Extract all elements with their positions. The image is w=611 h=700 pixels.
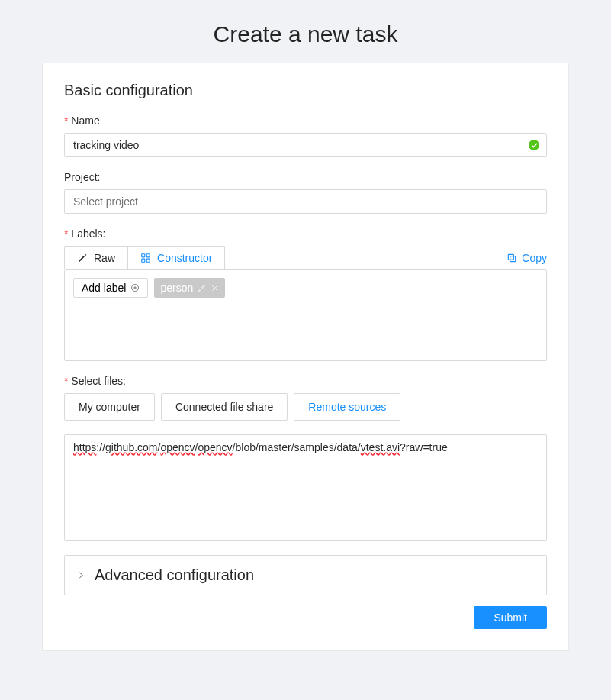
pencil-icon <box>77 253 88 263</box>
advanced-configuration-toggle[interactable]: Advanced configuration <box>64 555 547 595</box>
tab-constructor[interactable]: Constructor <box>128 247 224 269</box>
labels-editor: Add label person <box>64 269 547 361</box>
field-select-files: Select files: My computer Connected file… <box>64 375 547 541</box>
tab-remote-sources[interactable]: Remote sources <box>294 393 400 421</box>
form-footer: Submit <box>64 606 547 629</box>
labels-tabs: Raw Constructor <box>64 246 225 269</box>
form-card: Basic configuration Name Project: Labels… <box>42 63 569 651</box>
checkmark-icon <box>529 140 539 150</box>
field-project: Project: <box>64 171 547 214</box>
plus-circle-icon <box>130 283 140 292</box>
label-chip-person[interactable]: person <box>154 278 225 298</box>
tab-raw-label: Raw <box>94 252 115 264</box>
copy-label: Copy <box>522 252 547 264</box>
tab-constructor-label: Constructor <box>157 252 212 264</box>
svg-rect-5 <box>509 254 514 260</box>
copy-icon <box>506 253 517 263</box>
svg-rect-3 <box>146 259 150 262</box>
project-label: Project: <box>64 171 547 183</box>
add-label-text: Add label <box>82 282 126 294</box>
svg-rect-2 <box>142 259 145 262</box>
labels-label: Labels: <box>64 227 547 240</box>
chevron-right-icon <box>77 571 85 579</box>
label-chip-text: person <box>160 282 193 294</box>
pencil-icon[interactable] <box>198 284 206 292</box>
svg-rect-1 <box>146 254 150 257</box>
tab-my-computer[interactable]: My computer <box>64 393 155 421</box>
remote-url-textarea[interactable]: https://github.com/opencv/opencv/blob/ma… <box>64 434 547 541</box>
file-source-tabs: My computer Connected file share Remote … <box>64 393 547 421</box>
tab-connected-share[interactable]: Connected file share <box>161 393 288 421</box>
advanced-title: Advanced configuration <box>95 566 254 584</box>
name-label: Name <box>64 115 547 127</box>
section-basic-title: Basic configuration <box>64 82 547 99</box>
constructor-icon <box>140 253 151 263</box>
tab-raw[interactable]: Raw <box>65 247 128 269</box>
field-labels: Labels: Raw Constructor Copy Add lab <box>64 227 547 361</box>
svg-rect-0 <box>142 254 145 257</box>
svg-rect-4 <box>510 256 516 261</box>
submit-button[interactable]: Submit <box>474 606 547 629</box>
field-name: Name <box>64 115 547 157</box>
name-input[interactable] <box>64 133 547 157</box>
copy-button[interactable]: Copy <box>506 252 547 264</box>
add-label-button[interactable]: Add label <box>73 278 148 298</box>
project-select[interactable] <box>64 189 547 214</box>
page-title: Create a new task <box>0 0 611 63</box>
select-files-label: Select files: <box>64 375 547 387</box>
close-icon[interactable] <box>211 284 219 292</box>
